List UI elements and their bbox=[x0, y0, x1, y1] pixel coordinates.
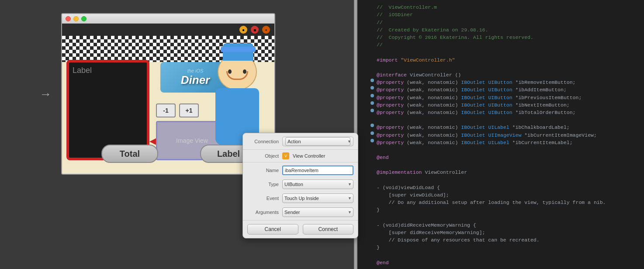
char-smile bbox=[226, 71, 248, 80]
connection-row: Connection Action ▼ bbox=[243, 133, 358, 148]
code-text: @property (weak, nonatomic) IBOutlet UIB… bbox=[377, 101, 637, 109]
divider-2 bbox=[243, 162, 358, 162]
code-text: // Do any additional setup after loading… bbox=[377, 199, 637, 206]
code-text: - (void)viewDidLoad { bbox=[377, 184, 637, 191]
gutter bbox=[364, 131, 377, 135]
code-line: // iOSDiner bbox=[364, 11, 637, 18]
gutter bbox=[364, 124, 377, 127]
event-select-wrapper[interactable]: Touch Up Inside ▼ bbox=[282, 193, 353, 203]
gutter bbox=[364, 101, 377, 105]
code-line bbox=[364, 214, 637, 221]
object-row: Object V View Controller bbox=[243, 151, 358, 161]
outlet-dot bbox=[370, 94, 374, 97]
code-text: // bbox=[377, 19, 637, 26]
code-line: // bbox=[364, 19, 637, 26]
code-text: @end bbox=[377, 259, 637, 266]
code-line: #import "ViewController.h" bbox=[364, 56, 637, 64]
code-text: // Created by Ekaterina on 29.08.16. bbox=[377, 26, 637, 34]
code-line: @property (weak, nonatomic) IBOutlet UIB… bbox=[364, 94, 637, 101]
item-label-text: Label bbox=[217, 149, 240, 159]
gutter bbox=[364, 79, 377, 82]
type-row: Type UIButton ▼ bbox=[243, 177, 358, 191]
code-line bbox=[364, 116, 637, 124]
object-label: Object bbox=[247, 153, 279, 159]
stepper-area: -1 +1 bbox=[156, 103, 199, 117]
arrow-indicator: → bbox=[39, 87, 52, 101]
code-line bbox=[364, 64, 637, 71]
code-line: @end bbox=[364, 259, 637, 266]
char-hat bbox=[223, 43, 253, 61]
cancel-button[interactable]: Cancel bbox=[247, 224, 298, 235]
code-line: // ViewController.m bbox=[364, 3, 637, 11]
code-text: @property (weak, nonatomic) IBOutlet UIL… bbox=[377, 124, 637, 131]
code-text: // iOSDiner bbox=[377, 11, 637, 18]
outlet-dot bbox=[370, 139, 374, 142]
code-line: [super viewDidLoad]; bbox=[364, 191, 637, 199]
sim-toolbar: ● ■ ▪ bbox=[62, 24, 274, 36]
type-select-wrapper[interactable]: UIButton ▼ bbox=[282, 179, 353, 189]
divider-1 bbox=[243, 149, 358, 150]
code-line bbox=[364, 161, 637, 169]
stepper-minus-label: -1 bbox=[163, 107, 168, 114]
code-line: // bbox=[364, 41, 637, 48]
gutter bbox=[364, 139, 377, 142]
name-input[interactable] bbox=[282, 166, 353, 175]
code-editor: // ViewController.m// iOSDiner//// Creat… bbox=[357, 0, 644, 269]
code-text: #import "ViewController.h" bbox=[377, 56, 637, 64]
type-select[interactable]: UIButton bbox=[282, 179, 353, 189]
left-panel: → ● ■ ▪ the iOS Diner Label bbox=[0, 0, 354, 269]
stepper-plus-box: +1 bbox=[179, 103, 199, 117]
code-line: @property (weak, nonatomic) IBOutlet UII… bbox=[364, 131, 637, 139]
object-value: View Controller bbox=[293, 153, 353, 159]
code-text: @property (weak, nonatomic) IBOutlet UIB… bbox=[377, 86, 637, 93]
device-icon[interactable]: ▪ bbox=[262, 26, 270, 34]
maximize-button[interactable] bbox=[81, 16, 87, 21]
outlet-dot bbox=[370, 124, 374, 127]
code-line: } bbox=[364, 244, 637, 251]
connection-select[interactable]: Action bbox=[285, 137, 350, 146]
stepper-plus-label: +1 bbox=[186, 107, 193, 114]
diner-sub-text: the iOS bbox=[187, 68, 204, 73]
outlet-dot bbox=[370, 109, 374, 112]
connection-select-wrapper[interactable]: Action ▼ bbox=[282, 137, 353, 146]
arguments-select-wrapper[interactable]: Sender ▼ bbox=[282, 207, 353, 217]
char-head bbox=[218, 53, 257, 90]
code-editor-panel: // ViewController.m// iOSDiner//// Creat… bbox=[357, 0, 644, 269]
arguments-select[interactable]: Sender bbox=[282, 207, 353, 217]
code-line bbox=[364, 146, 637, 154]
code-line: @property (weak, nonatomic) IBOutlet UIB… bbox=[364, 86, 637, 93]
connection-label: Connection bbox=[247, 139, 279, 144]
cube-icon[interactable]: ■ bbox=[251, 26, 259, 34]
event-label: Event bbox=[247, 196, 279, 201]
arguments-label: Arguments bbox=[247, 210, 279, 215]
diner-main-text: Diner bbox=[181, 73, 210, 87]
arguments-row: Arguments Sender ▼ bbox=[243, 205, 358, 219]
outlet-dot bbox=[370, 131, 374, 135]
code-text: @property (weak, nonatomic) IBOutlet UII… bbox=[377, 131, 637, 139]
code-text: @interface ViewController () bbox=[377, 71, 637, 79]
connect-button[interactable]: Connect bbox=[303, 224, 354, 235]
code-text: @property (weak, nonatomic) IBOutlet UIB… bbox=[377, 109, 637, 116]
code-text: // bbox=[377, 41, 637, 48]
divider-3 bbox=[243, 220, 358, 221]
code-text: @property (weak, nonatomic) IBOutlet UIL… bbox=[377, 139, 637, 146]
code-line: @property (weak, nonatomic) IBOutlet UIL… bbox=[364, 124, 637, 131]
code-line: @end bbox=[364, 154, 637, 161]
code-text: @property (weak, nonatomic) IBOutlet UIB… bbox=[377, 79, 637, 86]
outlet-dot bbox=[370, 101, 374, 105]
outlet-dot bbox=[370, 79, 374, 82]
code-line: // Dispose of any resources that can be … bbox=[364, 236, 637, 244]
gutter bbox=[364, 86, 377, 90]
minimize-button[interactable] bbox=[73, 16, 79, 21]
code-text: @end bbox=[377, 154, 637, 161]
code-line bbox=[364, 176, 637, 184]
code-line bbox=[364, 252, 637, 259]
code-text: // Dispose of any resources that can be … bbox=[377, 236, 637, 244]
total-button[interactable]: Total bbox=[101, 145, 158, 163]
circle-icon[interactable]: ● bbox=[239, 26, 247, 34]
code-line: @interface ViewController () bbox=[364, 71, 637, 79]
code-text: @implementation ViewController bbox=[377, 169, 637, 176]
event-select[interactable]: Touch Up Inside bbox=[282, 193, 353, 203]
close-button[interactable] bbox=[66, 16, 71, 21]
code-text: // ViewController.m bbox=[377, 3, 637, 11]
